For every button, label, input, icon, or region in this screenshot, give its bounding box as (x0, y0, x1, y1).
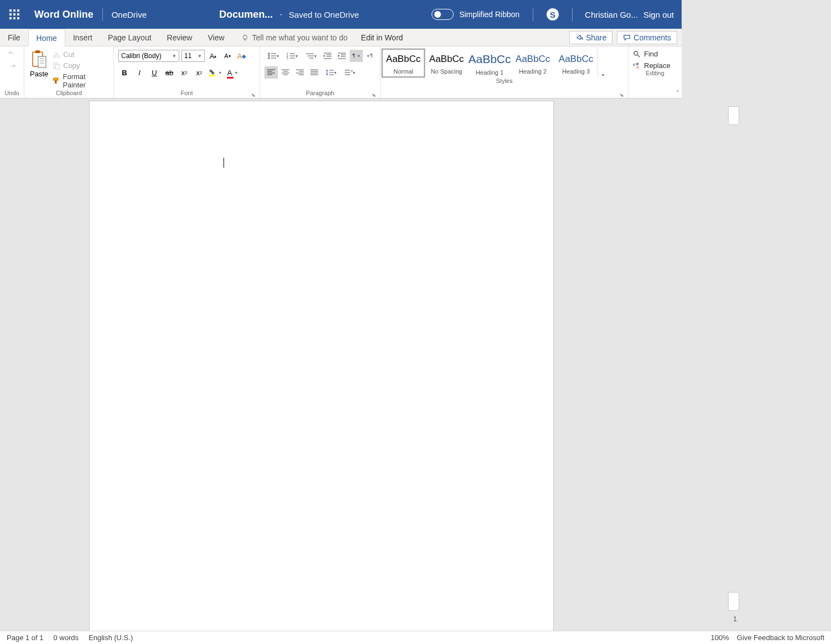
decrease-indent-button[interactable] (321, 50, 334, 62)
skype-icon[interactable]: S (547, 8, 559, 20)
group-font: Calibri (Body)▼ 11▼ A▴ A▾ A◆ B I U ab x2… (114, 46, 260, 98)
highlight-button[interactable]: ▾ (208, 66, 222, 79)
svg-rect-6 (9, 17, 12, 19)
svg-text:¶: ¶ (352, 53, 355, 58)
superscript-button[interactable]: x2 (193, 66, 205, 79)
subscript-button[interactable]: x2 (178, 66, 190, 79)
collapse-ribbon-button[interactable]: ˄ (676, 90, 679, 97)
group-paragraph: ▾ 123▾ ▾ ¶ ¶ ▾ ▾ Paragraph (260, 46, 381, 98)
lightbulb-icon (241, 34, 249, 41)
paragraph-dialog-launcher[interactable] (372, 90, 378, 96)
style-heading-1[interactable]: AaBbCc Heading 1 (468, 49, 511, 77)
svg-point-29 (268, 55, 270, 57)
shrink-font-button[interactable]: A▾ (221, 50, 233, 62)
numbering-button[interactable]: 123▾ (283, 50, 301, 62)
format-painter-icon (53, 77, 60, 85)
tell-me-search[interactable]: Tell me what you want to do (241, 29, 348, 46)
user-menu[interactable]: Christian Go... (585, 10, 638, 19)
style-sample: AaBbCc (429, 54, 464, 65)
font-name-value: Calibri (Body) (121, 52, 162, 60)
bullets-button[interactable]: ▾ (264, 50, 282, 62)
group-undo: Undo (0, 46, 24, 98)
multilevel-list-button[interactable]: ▾ (302, 50, 320, 62)
styles-dialog-launcher[interactable] (620, 90, 626, 96)
save-status: Saved to OneDrive (289, 10, 359, 19)
bold-button[interactable]: B (118, 66, 131, 79)
font-size-select[interactable]: 11▼ (181, 50, 205, 62)
cut-label: Cut (63, 50, 74, 59)
comments-button[interactable]: Comments (617, 31, 677, 44)
tab-insert[interactable]: Insert (65, 29, 100, 46)
style-name: Normal (393, 68, 413, 75)
app-name[interactable]: Word Online (34, 9, 94, 20)
tab-page-layout[interactable]: Page Layout (100, 29, 159, 46)
undo-button[interactable] (6, 48, 19, 60)
style-normal[interactable]: AaBbCc Normal (382, 49, 425, 77)
paragraph-spacing-button[interactable]: ▾ (341, 66, 359, 79)
styles-more-button[interactable]: ▾ (598, 49, 607, 77)
grow-font-button[interactable]: A▴ (207, 50, 219, 62)
svg-rect-14 (38, 56, 46, 67)
svg-rect-23 (56, 64, 60, 69)
font-color-button[interactable]: A▾ (225, 66, 240, 79)
replace-icon: ab (633, 62, 641, 70)
style-heading-3[interactable]: AaBbCc Heading 3 (554, 49, 598, 77)
svg-rect-13 (35, 50, 40, 53)
underline-button[interactable]: U (148, 66, 160, 79)
copy-button[interactable]: Copy (51, 61, 109, 70)
cut-icon (53, 51, 60, 59)
svg-line-21 (55, 51, 58, 55)
tab-home[interactable]: Home (28, 29, 65, 46)
share-icon (575, 34, 583, 41)
document-page[interactable] (89, 101, 554, 528)
chevron-down-icon: ▼ (172, 54, 176, 59)
svg-point-75 (634, 51, 638, 55)
document-title[interactable]: Documen... (219, 9, 273, 20)
style-sample: AaBbCc (386, 54, 420, 65)
format-painter-button[interactable]: Format Painter (51, 72, 109, 90)
app-launcher-icon[interactable] (4, 4, 24, 24)
align-left-button[interactable] (264, 66, 278, 79)
rtl-text-button[interactable]: ¶ (364, 50, 377, 62)
simplified-ribbon-toggle[interactable]: Simplified Ribbon (432, 9, 520, 20)
justify-button[interactable] (308, 66, 321, 79)
increase-indent-button[interactable] (335, 50, 349, 62)
style-sample: AaBbCc (516, 54, 550, 65)
align-right-button[interactable] (293, 66, 307, 79)
redo-button[interactable] (6, 61, 19, 73)
italic-button[interactable]: I (133, 66, 146, 79)
share-button[interactable]: Share (569, 31, 612, 44)
replace-label: Replace (644, 61, 671, 70)
tab-file[interactable]: File (0, 29, 28, 46)
replace-button[interactable]: ab Replace (633, 61, 679, 70)
clear-formatting-button[interactable]: A◆ (236, 50, 248, 62)
tell-me-label: Tell me what you want to do (252, 33, 348, 42)
tab-view[interactable]: View (200, 29, 232, 46)
svg-rect-26 (210, 75, 215, 76)
document-canvas[interactable]: 1 (0, 98, 682, 528)
location-link[interactable]: OneDrive (112, 10, 147, 19)
cut-button[interactable]: Cut (51, 50, 109, 59)
find-button[interactable]: Find (633, 50, 679, 58)
toggle-switch[interactable] (432, 9, 454, 20)
align-center-button[interactable] (279, 66, 292, 79)
style-no-spacing[interactable]: AaBbCc No Spacing (425, 49, 468, 77)
svg-rect-2 (17, 9, 19, 12)
ltr-text-button[interactable]: ¶ (350, 50, 363, 62)
tab-review[interactable]: Review (159, 29, 200, 46)
svg-line-76 (637, 54, 640, 56)
font-name-select[interactable]: Calibri (Body)▼ (118, 50, 179, 62)
svg-point-9 (243, 35, 247, 39)
chevron-down-icon: ▼ (198, 54, 202, 59)
group-styles: AaBbCc Normal AaBbCc No Spacing AaBbCc H… (381, 46, 629, 98)
line-spacing-button[interactable]: ▾ (322, 66, 340, 79)
strikethrough-button[interactable]: ab (163, 66, 175, 79)
sign-out-link[interactable]: Sign out (643, 10, 674, 19)
group-label-paragraph: Paragraph (260, 90, 380, 98)
style-sample: AaBbCc (468, 53, 511, 66)
font-dialog-launcher[interactable] (251, 90, 258, 96)
style-heading-2[interactable]: AaBbCc Heading 2 (511, 49, 554, 77)
edit-in-word-link[interactable]: Edit in Word (361, 29, 403, 46)
paste-button[interactable]: Paste (29, 49, 49, 78)
svg-point-19 (58, 55, 60, 58)
